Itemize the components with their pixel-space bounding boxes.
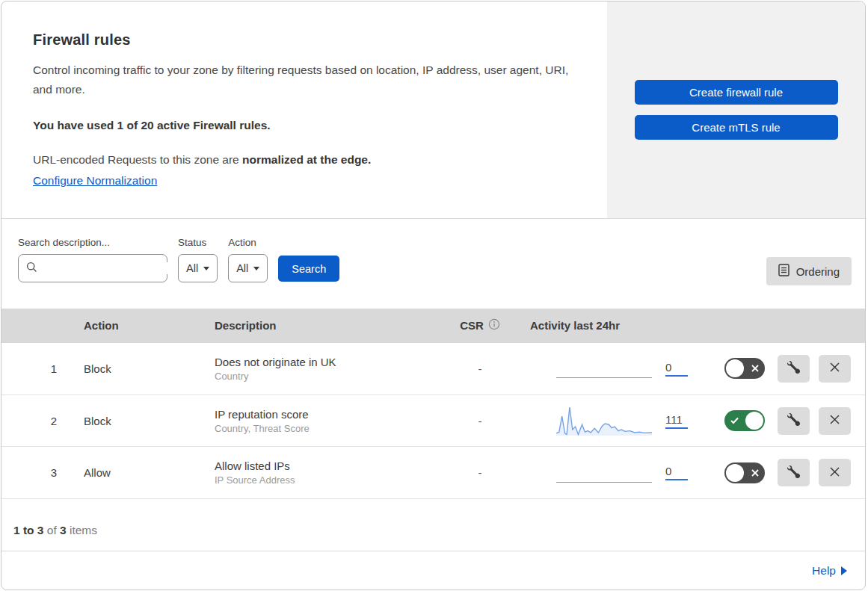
page-title: Firewall rules [33,31,577,49]
rule-description-cell: Does not originate in UK Country [200,356,443,382]
wrench-icon [787,413,800,428]
pagination-items: items [70,524,97,537]
pagination-of: of [47,524,57,537]
rule-criteria: Country [215,371,443,382]
table-row: 2 Block IP reputation score Country, Thr… [1,395,865,448]
rule-description-cell: Allow listed IPs IP Source Address [200,460,443,486]
rule-controls [697,407,865,435]
create-mtls-rule-button[interactable]: Create mTLS rule [635,115,838,140]
activity-sparkline [556,406,652,436]
search-label: Search description... [18,237,167,248]
help-link[interactable]: Help [812,564,847,578]
edit-rule-button[interactable] [778,459,810,486]
activity-count-link[interactable]: 0 [665,361,688,377]
chevron-down-icon [253,267,259,270]
normalization-text: URL-encoded Requests to this zone are [33,153,239,166]
rule-enabled-toggle[interactable] [724,358,765,379]
search-icon [26,262,37,276]
rule-enabled-toggle[interactable] [724,462,765,483]
configure-normalization-link[interactable]: Configure Normalization [33,174,157,188]
info-icon[interactable] [488,318,500,332]
toggle-knob [726,359,744,377]
delete-rule-button[interactable] [819,355,851,383]
status-label: Status [178,237,218,248]
close-icon [829,414,840,427]
rule-enabled-toggle[interactable] [724,410,765,431]
search-box[interactable] [18,254,167,282]
column-action: Action [69,319,200,332]
rule-description: Allow listed IPs [215,460,443,472]
rule-csr-value: - [443,362,517,375]
column-description: Description [200,319,443,332]
edit-rule-button[interactable] [778,407,810,435]
search-input[interactable] [43,262,179,274]
activity-count-link[interactable]: 0 [665,465,688,480]
rule-priority: 1 [1,362,69,375]
arrow-right-icon [841,566,847,575]
search-filter: Search description... [18,237,167,282]
column-csr-label: CSR [460,319,484,332]
column-activity: Activity last 24hr [517,319,697,332]
rule-priority: 2 [1,415,69,427]
toggle-knob [745,412,763,430]
toggle-knob [726,464,744,482]
page-description: Control incoming traffic to your zone by… [33,61,571,99]
status-dropdown-value: All [186,262,198,274]
filter-group: Search description... Status All Action [18,237,852,282]
rule-action: Allow [69,466,200,479]
pagination-summary: 1 to 3 of 3 items [1,499,865,551]
action-filter: Action All [228,237,268,282]
header-text-block: Firewall rules Control incoming traffic … [1,1,607,218]
wrench-icon [787,465,800,480]
rule-csr-value: - [443,415,517,427]
rule-controls [697,459,865,486]
action-dropdown-value: All [236,262,248,274]
ordering-list-icon [778,264,789,279]
rule-description: Does not originate in UK [215,356,443,368]
action-dropdown[interactable]: All [228,254,268,282]
search-button[interactable]: Search [278,256,339,282]
status-dropdown[interactable]: All [178,254,218,282]
activity-count-link[interactable]: 111 [665,413,688,429]
activity-sparkline [556,458,652,488]
status-filter: Status All [178,237,218,282]
normalization-note: URL-encoded Requests to this zone are no… [33,153,577,167]
rule-criteria: Country, Threat Score [215,423,443,434]
action-label: Action [228,237,268,248]
activity-sparkline [556,353,652,383]
edit-rule-button[interactable] [778,355,810,383]
pagination-range: 1 to 3 [13,524,43,537]
rule-csr-value: - [443,466,517,479]
usage-note: You have used 1 of 20 active Firewall ru… [33,119,577,132]
delete-rule-button[interactable] [819,459,851,486]
delete-rule-button[interactable] [819,407,851,435]
header-actions-panel: Create firewall rule Create mTLS rule [607,1,865,218]
toggle-state-icon [730,418,739,424]
table-row: 3 Allow Allow listed IPs IP Source Addre… [1,447,865,499]
normalization-bold-text: normalized at the edge. [242,153,371,166]
close-icon [829,362,840,375]
rule-action: Block [69,415,200,427]
rule-action: Block [69,362,200,375]
help-row: Help [1,551,865,590]
pagination-total: 3 [60,524,67,537]
ordering-button[interactable]: Ordering [766,257,852,285]
filter-bar: Search description... Status All Action [1,219,865,309]
rule-description: IP reputation score [215,408,443,421]
toggle-state-icon [751,469,759,477]
help-link-label: Help [812,564,836,578]
rule-criteria: IP Source Address [215,474,443,486]
toggle-state-icon [751,365,759,372]
close-icon [829,466,840,480]
create-firewall-rule-button[interactable]: Create firewall rule [635,80,838,105]
chevron-down-icon [203,267,209,270]
header-section: Firewall rules Control incoming traffic … [1,1,865,219]
rule-activity-cell: 0 [517,458,697,488]
rule-description-cell: IP reputation score Country, Threat Scor… [200,408,443,434]
column-csr: CSR [443,318,517,332]
firewall-rules-card: Firewall rules Control incoming traffic … [1,1,866,590]
rule-controls [697,355,865,383]
table-header: Action Description CSR Activity last 24h… [1,309,865,343]
ordering-button-label: Ordering [796,265,840,278]
wrench-icon [787,361,800,376]
